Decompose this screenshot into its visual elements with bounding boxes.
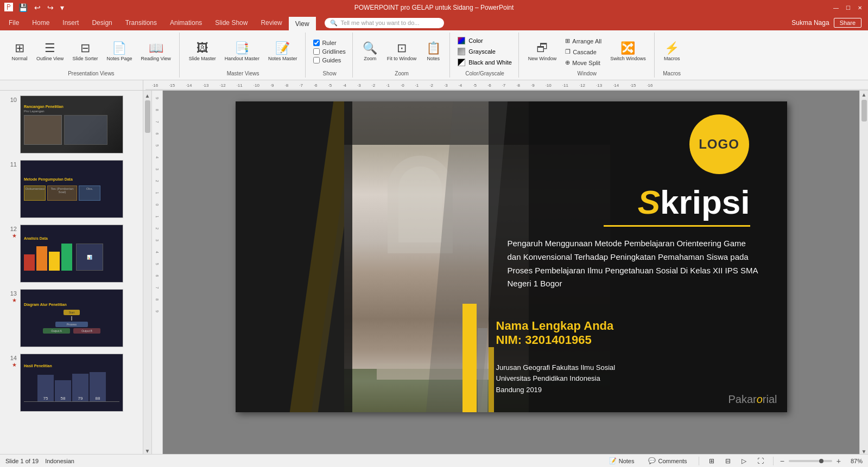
close-button[interactable]: ✕: [856, 4, 864, 11]
window-title: POWERPOINT pro GELAP untuk Sidang – Powe…: [354, 4, 514, 11]
switch-windows-button[interactable]: 🔀 Switch Windows: [606, 34, 650, 69]
ribbon-group-zoom: 🔍 Zoom ⊡ Fit to Window 📋 Notes Zoom: [354, 33, 451, 78]
save-button[interactable]: 💾: [16, 2, 30, 13]
maximize-button[interactable]: ☐: [844, 4, 852, 11]
slide-thumb-11[interactable]: 11 Metode Pengumpulan Data Dokumentasi T…: [2, 157, 141, 221]
notes-page-label: Notes Page: [106, 56, 132, 62]
show-checkboxes: Ruler Gridlines Guides: [311, 34, 347, 69]
title-s: S: [638, 183, 660, 221]
tab-view[interactable]: View: [289, 16, 316, 31]
watermark-suffix: rial: [763, 393, 777, 405]
ruler-numbers: ·16 ·15 ·14 ·13 ·12 ·11 ·10 ·9 ·8 ·7 ·6 …: [152, 83, 653, 88]
outline-view-button[interactable]: ☰ Outline View: [33, 34, 67, 69]
name-text: Nama Lengkap Anda: [496, 319, 614, 333]
minimize-button[interactable]: —: [832, 4, 840, 11]
canvas-scroll-thumb[interactable]: [861, 100, 867, 121]
slide-title-13: Diagram Alur Penelitian: [24, 303, 119, 306]
zoom-group-label: Zoom: [395, 69, 409, 76]
pv-group-label: Presentation Views: [68, 69, 114, 76]
handout-master-button[interactable]: 📑 Handout Master: [221, 34, 263, 69]
gridlines-checkbox-row[interactable]: Gridlines: [311, 48, 347, 55]
slide-title-14: Hasil Penelitian: [24, 364, 119, 368]
macros-group-label: Macros: [663, 69, 681, 76]
slide-image-11: Metode Pengumpulan Data Dokumentasi Tes …: [20, 160, 123, 218]
reading-view-button[interactable]: 📖 Reading View: [137, 34, 174, 69]
color-swatch: [458, 37, 465, 44]
zoom-label: Zoom: [364, 56, 376, 62]
slideshow-status[interactable]: ⛶: [755, 455, 766, 467]
slide-sorter-button[interactable]: ⊟ Slide Sorter: [68, 34, 102, 69]
canvas-area: 9 8 7 6 5 4 3 2 1 0 1 2 3 4 5 6 7 8 9: [152, 91, 868, 456]
fit-to-window-button[interactable]: ⊡ Fit to Window: [383, 34, 421, 69]
notes-zoom-button[interactable]: 📋 Notes: [421, 34, 445, 69]
comments-label: Comments: [658, 458, 687, 464]
title-rest: kripsi: [660, 183, 750, 221]
guides-checkbox[interactable]: [313, 57, 320, 63]
tab-transitions[interactable]: Transitions: [119, 15, 163, 30]
scroll-down-arrow[interactable]: ▼: [144, 447, 151, 455]
scroll-up-arrow[interactable]: ▲: [144, 92, 151, 99]
cascade-button[interactable]: ❐ Cascade: [561, 47, 605, 57]
slide-panel[interactable]: 10 Rancangan Penelitian Pro Lapangan 11 …: [0, 91, 143, 456]
reading-view-status[interactable]: ▷: [738, 455, 750, 467]
yellow-accent-bottom2: [489, 347, 494, 412]
dark-overlay-left: [236, 101, 352, 412]
reading-label: Reading View: [141, 56, 170, 62]
zoom-slider[interactable]: [789, 460, 832, 462]
zoom-level[interactable]: 87%: [845, 458, 863, 464]
black-white-button[interactable]: Black and White: [455, 57, 514, 67]
slide-title-11: Metode Pengumpulan Data: [24, 177, 119, 181]
new-window-button[interactable]: 🗗 New Window: [524, 34, 561, 69]
zoom-plus[interactable]: +: [837, 457, 841, 465]
gridlines-checkbox[interactable]: [313, 48, 320, 55]
slide-info: Slide 1 of 19: [5, 458, 39, 464]
slide-master-button[interactable]: 🖼 Slide Master: [185, 34, 220, 69]
slide-thumb-14[interactable]: 14★ Hasil Penelitian 75 58 79 88: [2, 351, 141, 414]
ruler-checkbox[interactable]: [313, 40, 320, 46]
scroll-thumb[interactable]: [145, 100, 150, 133]
slide-thumb-10[interactable]: 10 Rancangan Penelitian Pro Lapangan: [2, 93, 141, 156]
notes-zoom-icon: 📋: [426, 41, 441, 55]
redo-button[interactable]: ↪: [45, 2, 56, 13]
sorter-view-status[interactable]: ⊟: [722, 455, 734, 467]
canvas-scrollbar[interactable]: ▲ ▼: [859, 91, 868, 456]
arrange-all-button[interactable]: ⊞ Arrange All: [561, 36, 605, 46]
ribbon-content: ⊞ Normal ☰ Outline View ⊟ Slide Sorter 📄…: [0, 30, 868, 80]
tell-me-bar[interactable]: 🔍 Tell me what you want to do...: [325, 18, 444, 28]
customize-qa-button[interactable]: ▾: [58, 2, 66, 13]
comments-button[interactable]: 💬 Comments: [643, 456, 692, 466]
tab-animations[interactable]: Animations: [163, 15, 208, 30]
tab-design[interactable]: Design: [85, 15, 118, 30]
ruler-checkbox-row[interactable]: Ruler: [311, 39, 338, 47]
slide-thumb-13[interactable]: 13★ Diagram Alur Penelitian Start Proces…: [2, 286, 141, 350]
tab-slideshow[interactable]: Slide Show: [208, 15, 254, 30]
move-split-button[interactable]: ⊕ Move Split: [561, 57, 605, 68]
tab-home[interactable]: Home: [26, 15, 56, 30]
bw-swatch: [458, 59, 465, 66]
sorter-icon: ⊟: [80, 41, 90, 55]
grayscale-button[interactable]: Grayscale: [455, 47, 498, 56]
color-button[interactable]: Color: [455, 36, 485, 46]
notes-page-button[interactable]: 📄 Notes Page: [103, 34, 136, 69]
status-bar: Slide 1 of 19 Indonesian 📝 Notes 💬 Comme…: [0, 454, 868, 467]
grayscale-label: Grayscale: [468, 48, 496, 55]
undo-button[interactable]: ↩: [32, 2, 43, 13]
show-group-label: Show: [323, 69, 337, 76]
tab-review[interactable]: Review: [254, 15, 288, 30]
notes-master-button[interactable]: 📝 Notes Master: [264, 34, 301, 69]
guides-checkbox-row[interactable]: Guides: [311, 56, 343, 64]
zoom-minus[interactable]: −: [780, 457, 784, 465]
canvas-scroll-up[interactable]: ▲: [861, 92, 867, 98]
tab-insert[interactable]: Insert: [56, 15, 85, 30]
macros-button[interactable]: ⚡ Macros: [660, 34, 684, 69]
notes-status-button[interactable]: 📝 Notes: [604, 456, 639, 466]
panel-scrollbar[interactable]: ▲ ▼: [143, 91, 152, 456]
slide-thumb-12[interactable]: 12★ Analisis Data 📊: [2, 222, 141, 285]
normal-view-button[interactable]: ⊞ Normal: [8, 34, 31, 69]
tab-file[interactable]: File: [2, 15, 26, 30]
zoom-button[interactable]: 🔍 Zoom: [358, 34, 382, 69]
window-small-buttons: ⊞ Arrange All ❐ Cascade ⊕ Move Split: [561, 34, 605, 68]
share-button[interactable]: Share: [834, 18, 861, 28]
normal-view-status[interactable]: ⊞: [706, 455, 718, 467]
main-slide[interactable]: LOGO Skripsi Pengaruh Menggunaan Metode …: [236, 101, 787, 412]
